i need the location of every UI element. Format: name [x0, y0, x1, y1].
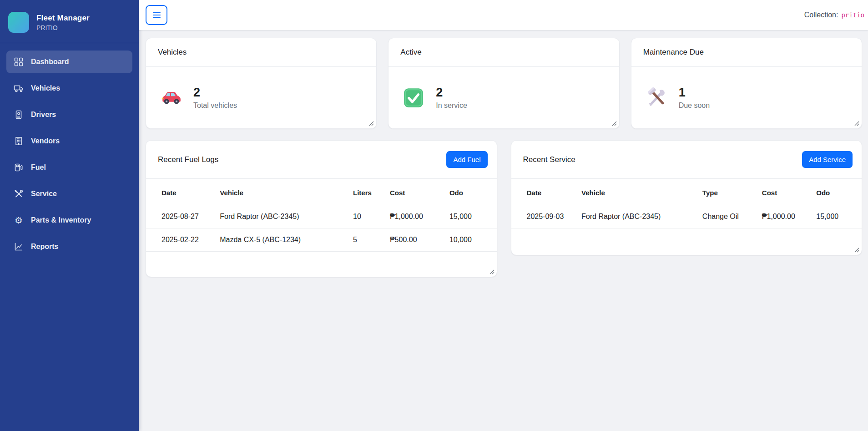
- column-header-type: Type: [697, 179, 757, 205]
- sidebar-item-label: Reports: [31, 243, 58, 251]
- dashboard-content: Vehicles 2 Total vehicles: [139, 30, 868, 431]
- app-root: Fleet Manager PRITIO Dashboard: [0, 0, 868, 431]
- service-card-title: Recent Service: [523, 155, 575, 164]
- card-resize-handle[interactable]: [489, 269, 495, 274]
- cell-liters: 10: [348, 205, 384, 228]
- sidebar: Fleet Manager PRITIO Dashboard: [0, 0, 139, 431]
- brand-title: Fleet Manager: [36, 14, 90, 23]
- recent-fuel-logs-card: Recent Fuel Logs Add Fuel Date Vehicle L…: [146, 140, 497, 277]
- fuel-pump-icon: [14, 162, 24, 172]
- sidebar-item-dashboard[interactable]: Dashboard: [6, 51, 132, 73]
- column-header-cost: Cost: [757, 179, 811, 205]
- cell-vehicle: Ford Raptor (ABC-2345): [576, 205, 697, 228]
- cell-odo: 10,000: [444, 228, 497, 252]
- sidebar-item-label: Vehicles: [31, 84, 60, 92]
- stat-card-title: Active: [389, 38, 619, 67]
- cell-vehicle: Ford Raptor (ABC-2345): [214, 205, 348, 228]
- sidebar-item-fuel[interactable]: Fuel: [6, 156, 132, 179]
- fuel-card-title: Recent Fuel Logs: [158, 155, 218, 164]
- sidebar-item-label: Parts & Inventory: [31, 216, 91, 224]
- brand-subtitle: PRITIO: [36, 24, 90, 31]
- building-icon: [14, 136, 24, 146]
- stat-card-title: Vehicles: [146, 38, 376, 67]
- column-header-vehicle: Vehicle: [214, 179, 348, 205]
- sidebar-item-drivers[interactable]: Drivers: [6, 103, 132, 126]
- column-header-liters: Liters: [348, 179, 384, 205]
- active-stat-card: Active 2 In service: [388, 38, 619, 129]
- crossed-tools-icon: [14, 189, 24, 199]
- id-badge-icon: [14, 110, 24, 120]
- add-service-button[interactable]: Add Service: [802, 151, 853, 168]
- sidebar-item-label: Drivers: [31, 111, 56, 119]
- table-row: 2025-08-27 Ford Raptor (ABC-2345) 10 ₱1,…: [146, 205, 497, 228]
- hammer-wrench-emoji-icon: [645, 86, 668, 109]
- stat-caption: Due soon: [679, 101, 710, 110]
- card-resize-handle[interactable]: [368, 121, 374, 126]
- card-resize-handle[interactable]: [854, 247, 859, 253]
- sidebar-item-vehicles[interactable]: Vehicles: [6, 77, 132, 100]
- tables-row: Recent Fuel Logs Add Fuel Date Vehicle L…: [146, 140, 862, 277]
- stat-card-title: Maintenance Due: [631, 38, 862, 67]
- brand-logo-icon: [8, 12, 29, 33]
- cell-odo: 15,000: [811, 205, 862, 228]
- recent-service-card: Recent Service Add Service Date Vehicle …: [511, 140, 863, 255]
- add-fuel-button[interactable]: Add Fuel: [446, 151, 487, 168]
- column-header-odo: Odo: [444, 179, 497, 205]
- hamburger-icon: [153, 12, 161, 18]
- stat-value: 2: [436, 86, 467, 100]
- column-header-vehicle: Vehicle: [576, 179, 697, 205]
- cell-cost: ₱1,000.00: [757, 205, 811, 228]
- line-chart-icon: [14, 242, 24, 252]
- vehicles-stat-card: Vehicles 2 Total vehicles: [146, 38, 377, 129]
- cell-vehicle: Mazda CX-5 (ABC-1234): [214, 228, 348, 252]
- cell-cost: ₱500.00: [384, 228, 444, 252]
- stat-value: 2: [193, 86, 237, 100]
- cell-cost: ₱1,000.00: [384, 205, 444, 228]
- red-car-emoji-icon: [160, 86, 182, 109]
- sidebar-item-vendors[interactable]: Vendors: [6, 130, 132, 152]
- service-table: Date Vehicle Type Cost Odo 2025-09-03 Fo…: [511, 179, 862, 228]
- card-resize-handle[interactable]: [854, 121, 859, 126]
- collection-value: pritio: [841, 11, 864, 19]
- card-resize-handle[interactable]: [611, 121, 617, 126]
- green-check-emoji-icon: [402, 86, 425, 109]
- cell-odo: 15,000: [444, 205, 497, 228]
- column-header-date: Date: [511, 179, 576, 205]
- collection-info: Collection: pritio: [804, 11, 865, 19]
- dashboard-grid-icon: [14, 57, 24, 67]
- stat-caption: In service: [436, 101, 467, 110]
- sidebar-item-reports[interactable]: Reports: [6, 235, 132, 258]
- sidebar-toggle-button[interactable]: [146, 5, 167, 25]
- table-row: 2025-09-03 Ford Raptor (ABC-2345) Change…: [511, 205, 862, 228]
- cell-liters: 5: [348, 228, 384, 252]
- column-header-cost: Cost: [384, 179, 444, 205]
- column-header-odo: Odo: [811, 179, 862, 205]
- sidebar-item-label: Dashboard: [31, 58, 69, 66]
- main-area: Collection: pritio Vehicles: [139, 0, 868, 431]
- cell-type: Change Oil: [697, 205, 757, 228]
- sidebar-nav: Dashboard Vehicles Dri: [0, 43, 139, 269]
- cell-date: 2025-08-27: [146, 205, 214, 228]
- table-row: 2025-02-22 Mazda CX-5 (ABC-1234) 5 ₱500.…: [146, 228, 497, 252]
- maintenance-due-stat-card: Maintenance Due: [631, 38, 862, 129]
- truck-icon: [14, 83, 24, 93]
- column-header-date: Date: [146, 179, 214, 205]
- brand: Fleet Manager PRITIO: [0, 0, 139, 43]
- stats-row: Vehicles 2 Total vehicles: [146, 38, 862, 129]
- stat-value: 1: [679, 86, 710, 100]
- fuel-logs-table: Date Vehicle Liters Cost Odo 2025-08-27 …: [146, 179, 497, 252]
- collection-label: Collection:: [804, 11, 838, 19]
- cell-date: 2025-02-22: [146, 228, 214, 252]
- sidebar-item-label: Vendors: [31, 137, 60, 145]
- sidebar-item-parts-inventory[interactable]: ⚙ Parts & Inventory: [6, 209, 132, 232]
- sidebar-item-label: Service: [31, 190, 57, 198]
- sidebar-item-service[interactable]: Service: [6, 183, 132, 205]
- topbar: Collection: pritio: [139, 0, 868, 30]
- sidebar-item-label: Fuel: [31, 163, 46, 172]
- gear-icon: ⚙: [14, 215, 24, 225]
- stat-caption: Total vehicles: [193, 101, 237, 110]
- cell-date: 2025-09-03: [511, 205, 576, 228]
